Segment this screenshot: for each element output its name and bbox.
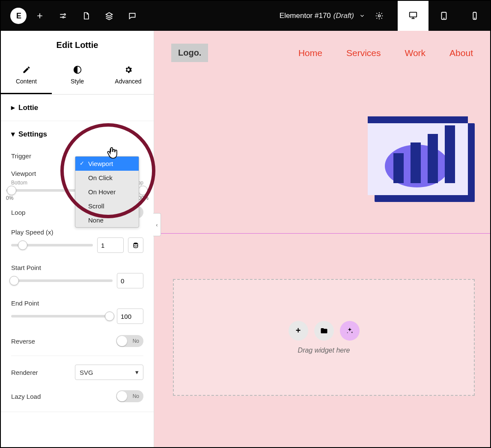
nav-services[interactable]: Services: [346, 48, 381, 58]
svg-point-1: [62, 17, 64, 18]
panel-title: Edit Lottie: [1, 31, 154, 59]
viewport-bottom-label: Bottom: [11, 180, 27, 186]
section-header-settings[interactable]: ▾ Settings: [1, 121, 154, 147]
add-widget-button[interactable]: +: [289, 321, 308, 341]
viewport-min: 0%: [6, 195, 13, 201]
main: Edit Lottie Content Style Advanced ▸: [1, 31, 490, 447]
add-element-button[interactable]: [30, 6, 50, 26]
svg-point-5: [444, 18, 444, 18]
tab-advanced[interactable]: Advanced: [103, 59, 154, 94]
field-label: End Point: [11, 300, 39, 307]
document-icon[interactable]: [76, 6, 96, 26]
layers-icon[interactable]: [99, 6, 119, 26]
field-start-point: Start Point: [11, 259, 143, 294]
chart-window: [368, 116, 468, 195]
svg-point-7: [475, 18, 475, 18]
trigger-option-viewport[interactable]: Viewport: [75, 157, 139, 171]
slider-thumb[interactable]: [9, 276, 19, 285]
section-title: Settings: [18, 130, 47, 139]
play-speed-slider[interactable]: [11, 244, 93, 246]
tablet-device-button[interactable]: [429, 1, 459, 31]
chat-icon[interactable]: [122, 6, 142, 26]
lottie-widget[interactable]: [368, 116, 475, 202]
end-point-input[interactable]: [117, 309, 143, 324]
field-trigger: Trigger Viewport On Click On Hover Scrol…: [11, 147, 143, 165]
tab-label: Advanced: [115, 78, 141, 85]
field-renderer: Renderer SVG ▾: [11, 356, 143, 385]
site-nav: Home Services Work About: [298, 48, 473, 58]
caret-right-icon: ▸: [11, 103, 15, 112]
window-dots-icon: [372, 125, 381, 127]
field-end-point: End Point: [11, 294, 143, 330]
lazy-load-toggle[interactable]: No: [116, 390, 143, 402]
page-settings-icon[interactable]: [369, 6, 389, 26]
play-speed-input[interactable]: [97, 237, 124, 253]
caret-down-icon: ▾: [135, 368, 139, 376]
slider-thumb[interactable]: [105, 312, 114, 321]
pencil-icon: [22, 65, 31, 74]
section-divider: [154, 233, 490, 234]
tab-content[interactable]: Content: [1, 59, 52, 94]
caret-down-icon: ▾: [11, 130, 15, 139]
trigger-option-none[interactable]: None: [75, 213, 139, 227]
folder-button[interactable]: [314, 321, 334, 341]
section-lottie: ▸ Lottie: [1, 95, 154, 121]
device-switcher: [398, 1, 490, 31]
desktop-device-button[interactable]: [398, 1, 429, 31]
reverse-toggle[interactable]: No: [116, 335, 143, 347]
settings-body: Trigger Viewport On Click On Hover Scrol…: [1, 147, 154, 412]
section-header-lottie[interactable]: ▸ Lottie: [1, 95, 154, 121]
trigger-option-onclick[interactable]: On Click: [75, 171, 139, 185]
viewport-slider-thumb-right[interactable]: [138, 186, 148, 195]
chevron-down-icon: [359, 13, 365, 19]
viewport-slider-thumb-left[interactable]: [7, 186, 16, 195]
topbar-left: E: [1, 6, 142, 26]
topbar: E Elementor #170 (Draft): [1, 1, 490, 31]
field-reverse: Reverse No: [11, 330, 143, 352]
slider-thumb[interactable]: [18, 240, 27, 250]
field-lazy-load: Lazy Load No: [11, 385, 143, 407]
doc-status: (Draft): [333, 12, 354, 20]
doc-name: Elementor #170: [280, 12, 331, 20]
trigger-option-onhover[interactable]: On Hover: [75, 185, 139, 199]
trigger-option-scroll[interactable]: Scroll: [75, 199, 139, 213]
editor-sidebar: Edit Lottie Content Style Advanced ▸: [1, 31, 154, 447]
section-settings: ▾ Settings Trigger Viewport On Click On …: [1, 121, 154, 412]
field-label: Play Speed (x): [11, 228, 53, 236]
contrast-icon: [73, 65, 82, 74]
tab-style[interactable]: Style: [52, 59, 103, 94]
svg-point-2: [378, 15, 381, 17]
svg-rect-3: [410, 12, 417, 17]
tab-label: Content: [16, 78, 37, 85]
site-header: Logo. Home Services Work About: [171, 44, 473, 62]
topbar-center: Elementor #170 (Draft): [142, 6, 398, 26]
nav-work[interactable]: Work: [405, 48, 426, 58]
tab-label: Style: [71, 78, 84, 85]
toggle-knob: [117, 391, 127, 401]
ai-magic-button[interactable]: [340, 321, 360, 341]
widget-drop-zone[interactable]: + Drag widget here: [173, 279, 475, 396]
nav-about[interactable]: About: [449, 48, 473, 58]
editor-tabs: Content Style Advanced: [1, 59, 154, 95]
elementor-logo[interactable]: E: [10, 8, 27, 24]
renderer-select[interactable]: SVG ▾: [75, 365, 143, 380]
site-logo[interactable]: Logo.: [171, 44, 208, 62]
field-label: Renderer: [11, 369, 38, 376]
field-label: Trigger: [11, 152, 31, 160]
chart-bars: [393, 125, 455, 183]
toggle-label: No: [133, 338, 139, 344]
start-point-input[interactable]: [117, 273, 143, 288]
sidebar-collapse-handle[interactable]: ‹: [153, 213, 161, 236]
canvas: Logo. Home Services Work About: [154, 31, 490, 447]
document-title[interactable]: Elementor #170 (Draft): [280, 12, 365, 20]
start-point-slider[interactable]: [11, 279, 113, 282]
end-point-slider[interactable]: [11, 315, 113, 317]
mobile-device-button[interactable]: [459, 1, 490, 31]
play-speed-unit-button[interactable]: [128, 237, 143, 253]
settings-sliders-icon[interactable]: [53, 6, 73, 26]
gear-icon: [124, 65, 133, 74]
svg-point-9: [134, 243, 137, 244]
renderer-value: SVG: [80, 369, 93, 376]
nav-home[interactable]: Home: [298, 48, 322, 58]
toggle-knob: [117, 336, 127, 346]
